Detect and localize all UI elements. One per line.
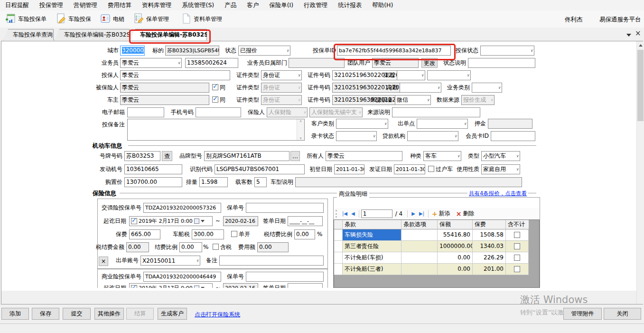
col-header-premium[interactable]: 保费: [473, 220, 506, 229]
table-row[interactable]: 车辆损失险 55416.80 1508.58: [334, 229, 539, 241]
compulsory-policy-no-input[interactable]: [246, 203, 324, 213]
premium-cell[interactable]: 226.29: [473, 252, 506, 264]
date-enabled-checkbox[interactable]: [131, 285, 137, 288]
card-status-select[interactable]: ∨: [336, 131, 377, 141]
cert-date-input[interactable]: 2011-01-30: [394, 164, 425, 174]
channel-select-1[interactable]: ∨: [397, 70, 425, 80]
compulsory-note-input[interactable]: [219, 256, 324, 266]
tax-rate-input[interactable]: 0.00: [294, 229, 315, 239]
prev-page-icon[interactable]: ◀: [351, 211, 355, 216]
col-header-amount[interactable]: 保额: [438, 220, 473, 229]
close-button[interactable]: 关闭: [604, 308, 641, 320]
commercial-start-date-picker[interactable]: 2019年 2月17日 0:00: [129, 283, 213, 288]
proposal-id-input[interactable]: ba7e762fb55f44d599683a342e18a837: [337, 46, 451, 56]
compulsory-premium-input[interactable]: 665.00: [129, 229, 160, 239]
calendar-icon[interactable]: [194, 285, 199, 288]
clause-cell[interactable]: 不计免赔(三者): [343, 264, 401, 275]
chevron-down-icon[interactable]: [201, 220, 205, 222]
account-select[interactable]: X20150011∨: [140, 256, 200, 266]
row-selector-cell[interactable]: [334, 252, 343, 264]
page-number-input[interactable]: 1: [361, 209, 392, 218]
clause-cell[interactable]: 车辆损失险: [343, 229, 401, 241]
quotes-link[interactable]: 共有4条报价，点击查看: [467, 190, 528, 197]
nodeduct-cell[interactable]: [506, 241, 529, 252]
brand-input[interactable]: 别克牌SGM7161ATB: [204, 151, 289, 161]
premium-cell[interactable]: 201.00: [473, 264, 506, 275]
vertical-scrollbar[interactable]: [636, 41, 644, 304]
col-header-nodeduct[interactable]: 含不计: [506, 220, 529, 229]
chevron-down-icon[interactable]: [201, 287, 205, 288]
applicant-cert-type-select[interactable]: 身份证∨: [261, 70, 302, 80]
salesman-select[interactable]: 季爱云∨: [120, 58, 182, 68]
first-page-icon[interactable]: |◀: [342, 211, 347, 216]
vin-input[interactable]: LSGPB54U7BS067001: [215, 164, 305, 174]
channel-select-2[interactable]: ∨: [427, 70, 471, 80]
displacement-input[interactable]: 1.598: [199, 177, 228, 187]
status-select[interactable]: 已报价∨: [238, 46, 290, 56]
calendar-icon[interactable]: [194, 219, 199, 224]
remark-scrollbar[interactable]: ∧∨: [297, 119, 304, 140]
amount-cell[interactable]: 0.00: [438, 252, 473, 264]
tab-proposal-edit-2-active[interactable]: 车险投保单编辑-苏B032S3: [130, 29, 207, 40]
platform-name[interactable]: 易保通服务平台: [599, 16, 641, 24]
seats-input[interactable]: 5: [254, 177, 267, 187]
engine-no-input[interactable]: 103610665: [124, 164, 182, 174]
add-row-icon[interactable]: +: [432, 210, 438, 218]
member-card-input[interactable]: [491, 131, 535, 141]
loan-org-select[interactable]: ∨: [407, 131, 458, 141]
amount-cell[interactable]: 1000000.00: [438, 241, 473, 252]
amount-cell[interactable]: 55416.80: [438, 229, 473, 241]
change-button[interactable]: 更改: [421, 58, 438, 68]
office-staff-select[interactable]: ∨: [400, 83, 441, 93]
insured-same-checkbox[interactable]: [212, 84, 218, 90]
add-button[interactable]: 添加: [1, 308, 29, 320]
scrollbar-thumb[interactable]: [637, 50, 644, 121]
commercial-sign-date-input[interactable]: ____-__-__: [288, 283, 323, 288]
remark-textarea[interactable]: ∧∨: [127, 119, 305, 141]
table-row[interactable]: 不计免赔(三者) 0.00 201.00: [334, 264, 539, 275]
open-insurance-system-link[interactable]: 点击打开保险系统: [195, 311, 240, 319]
save-button[interactable]: 保存: [32, 308, 59, 320]
apply-status-select[interactable]: ∨: [480, 46, 534, 56]
premium-cell[interactable]: 1508.58: [473, 229, 506, 241]
scroll-up-icon[interactable]: ∧: [299, 119, 302, 123]
option-cell[interactable]: [401, 264, 438, 275]
nodeduct-checkbox[interactable]: [514, 255, 520, 261]
customer-class-select[interactable]: ∨: [336, 119, 388, 129]
clause-cell[interactable]: 不计免赔(车损): [343, 252, 401, 264]
nodeduct-checkbox[interactable]: [514, 232, 520, 238]
brand-more-button[interactable]: …: [290, 151, 300, 161]
row-selector-cell[interactable]: [334, 264, 343, 275]
source-device-select[interactable]: 微信∨: [395, 95, 431, 105]
last-page-icon[interactable]: ▶|: [419, 211, 424, 216]
purchase-price-input[interactable]: 130700.00: [124, 177, 182, 187]
account-clear-button[interactable]: ×: [99, 257, 108, 266]
separate-issue-checkbox[interactable]: [231, 231, 237, 237]
vessel-tax-input[interactable]: 300.00: [192, 229, 224, 239]
mobile-input[interactable]: [196, 107, 241, 117]
submit-button[interactable]: 提交: [63, 308, 91, 320]
first-reg-input[interactable]: 2011-01-30: [334, 164, 364, 174]
manage-attachments-button[interactable]: 管理附件: [563, 308, 602, 320]
next-page-icon[interactable]: ▶: [411, 211, 415, 216]
vehicle-kind-select[interactable]: 客车∨: [423, 151, 461, 161]
vehicle-owner-input[interactable]: 季爱云: [326, 151, 402, 161]
delete-row-icon[interactable]: ×: [456, 210, 462, 218]
nodeduct-cell[interactable]: [506, 252, 529, 264]
col-header-option[interactable]: 条款选项: [401, 220, 438, 229]
nodeduct-checkbox[interactable]: [514, 243, 520, 249]
current-user[interactable]: 佟利杰: [565, 16, 583, 24]
delete-row-button[interactable]: 删除: [463, 209, 475, 218]
amount-cell[interactable]: 0.00: [438, 264, 473, 275]
compulsory-start-date-picker[interactable]: 2019年 2月17日 0:00: [129, 216, 213, 226]
nodeduct-checkbox[interactable]: [514, 266, 520, 272]
transfer-checkbox[interactable]: [428, 166, 434, 172]
generate-customer-button[interactable]: 生成客户: [158, 308, 187, 320]
col-header-clause[interactable]: 条款: [343, 220, 401, 229]
city-input[interactable]: 320000: [120, 46, 145, 56]
scrollbar-up-button[interactable]: [637, 41, 644, 49]
email-input[interactable]: [127, 107, 164, 117]
option-cell[interactable]: [401, 252, 438, 264]
nodeduct-cell[interactable]: [506, 229, 529, 241]
source-note-input[interactable]: [392, 107, 480, 117]
